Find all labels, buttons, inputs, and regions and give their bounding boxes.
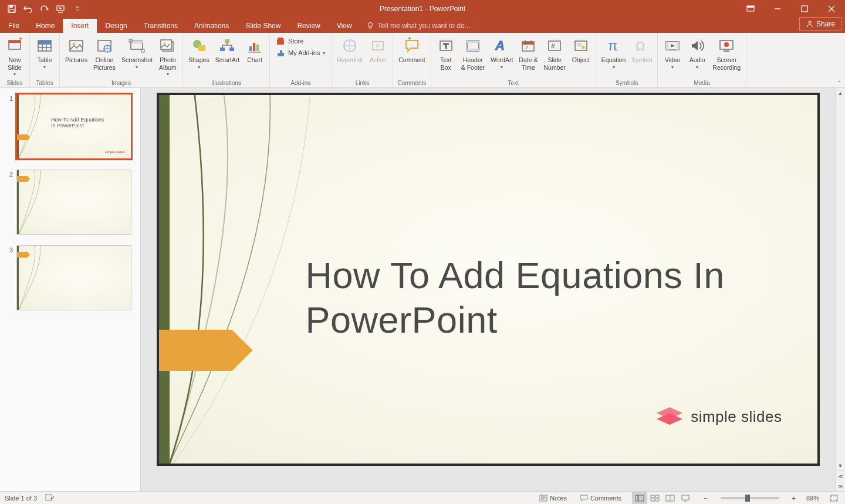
ribbon-audio-button[interactable]: Audio▾ (685, 35, 709, 71)
scroll-track[interactable] (836, 98, 845, 461)
collapse-ribbon-icon[interactable]: ⌃ (837, 80, 841, 86)
slide-canvas-area: How To Add Equations In PowerPoint simpl… (141, 88, 845, 491)
ribbon-screen-recording-button[interactable]: ScreenRecording (709, 35, 743, 72)
ribbon-button-label: SmartArt (215, 56, 239, 64)
zoom-out-button[interactable]: − (701, 495, 709, 502)
zoom-slider-handle[interactable] (745, 495, 750, 502)
scroll-up-icon[interactable]: ▲ (836, 88, 845, 98)
fit-to-window-icon[interactable] (827, 495, 840, 502)
save-icon[interactable] (5, 2, 19, 16)
ribbon-group-label: Comments (396, 80, 428, 87)
thumbnail-row: 2 (7, 170, 133, 235)
zoom-in-button[interactable]: + (790, 495, 798, 502)
ribbon-video-button[interactable]: Video▾ (660, 35, 685, 71)
comments-label: Comments (590, 495, 621, 502)
next-slide-icon[interactable]: ≫ (836, 481, 845, 491)
start-from-beginning-icon[interactable] (54, 2, 68, 16)
svg-point-7 (368, 23, 372, 27)
slide-canvas[interactable]: How To Add Equations In PowerPoint simpl… (157, 93, 820, 466)
redo-icon[interactable] (38, 2, 52, 16)
slideshow-view-icon[interactable] (678, 492, 693, 505)
zoom-percent[interactable]: 89% (806, 495, 819, 502)
comments-button[interactable]: Comments (577, 495, 624, 502)
scroll-down-icon[interactable]: ▼ (836, 461, 845, 471)
ribbon-object-button[interactable]: Object (569, 35, 593, 65)
tab-design[interactable]: Design (97, 19, 135, 33)
ribbon-slide-number-button[interactable]: #SlideNumber (540, 35, 568, 72)
ribbon-equation-button[interactable]: πEquation▾ (599, 35, 628, 71)
ribbon-tabs: File Home Insert Design Transitions Anim… (0, 18, 845, 33)
tab-animations[interactable]: Animations (186, 19, 237, 33)
notes-icon (539, 495, 547, 502)
tab-transitions[interactable]: Transitions (136, 19, 186, 33)
prev-slide-icon[interactable]: ≪ (836, 471, 845, 481)
ribbon-table-button[interactable]: Table▾ (32, 35, 57, 71)
tell-me-search[interactable]: Tell me what you want to do... (360, 19, 476, 33)
normal-view-icon[interactable] (632, 492, 647, 505)
ribbon-action-button: Action (366, 35, 390, 65)
tab-view[interactable]: View (329, 19, 360, 33)
slide-sorter-view-icon[interactable] (647, 492, 663, 505)
tell-me-placeholder: Tell me what you want to do... (378, 22, 471, 30)
ribbon-button-label: WordArt (491, 56, 513, 64)
customize-qat-icon[interactable] (70, 2, 84, 16)
slide-thumbnail-1[interactable]: How To Add EquationsIn PowerPoint simple… (16, 94, 131, 159)
ribbon-header---footer-button[interactable]: Header& Footer (458, 35, 488, 72)
zoom-slider[interactable] (721, 497, 779, 499)
undo-icon[interactable] (21, 2, 35, 16)
ribbon-new-slide-button[interactable]: NewSlide▾ (2, 35, 27, 79)
svg-rect-63 (655, 499, 659, 501)
ribbon-group-illustrations: Shapes▾SmartArtChartIllustrations (183, 33, 270, 87)
ribbon-online-pictures-button[interactable]: OnlinePictures (90, 35, 119, 72)
ribbon-chart-button[interactable]: Chart (242, 35, 267, 65)
ribbon-shapes-button[interactable]: Shapes▾ (185, 35, 212, 71)
thumbnail-number: 2 (7, 170, 13, 235)
ribbon-button-label: Shapes (188, 56, 209, 64)
tab-slideshow[interactable]: Slide Show (237, 19, 289, 33)
ribbon-group-label: Symbols (599, 80, 655, 87)
thumbnail-1-logo: simple slides (105, 150, 125, 154)
minimize-button[interactable] (764, 0, 791, 18)
reading-view-icon[interactable] (663, 492, 678, 505)
slide-arrow-shape (159, 330, 253, 371)
svg-text:π: π (608, 38, 618, 53)
ribbon-screenshot-button[interactable]: Screenshot▾ (119, 35, 156, 71)
slide-thumbnails-panel[interactable]: 1 How To Add EquationsIn PowerPoint simp… (0, 88, 141, 491)
ribbon-display-options-icon[interactable] (737, 0, 764, 18)
maximize-button[interactable] (791, 0, 818, 18)
comment-icon (403, 36, 421, 55)
svg-text:#: # (551, 42, 555, 50)
my-addins-button[interactable]: My Add-ins ▾ (276, 48, 325, 57)
tab-home[interactable]: Home (28, 19, 63, 33)
svg-rect-28 (229, 48, 234, 51)
ribbon-text-box-button[interactable]: TextBox (434, 35, 458, 72)
pictures-icon (67, 36, 86, 55)
ribbon-date---time-button[interactable]: 7Date &Time (516, 35, 540, 72)
share-button[interactable]: Share (799, 17, 841, 31)
dropdown-caret-icon: ▾ (613, 65, 615, 70)
svg-rect-25 (198, 45, 205, 51)
slide-thumbnail-3[interactable] (16, 245, 131, 310)
svg-rect-5 (747, 6, 754, 8)
ribbon-pictures-button[interactable]: Pictures (62, 35, 90, 65)
ribbon-wordart-button[interactable]: AWordArt▾ (488, 35, 516, 71)
ribbon-button-label: Action (370, 56, 387, 64)
store-button[interactable]: Store (276, 36, 325, 46)
dropdown-caret-icon: ▾ (43, 65, 46, 70)
slide-position[interactable]: Slide 1 of 3 (5, 495, 37, 502)
tab-insert[interactable]: Insert (63, 19, 97, 33)
ribbon-group-slides: NewSlide▾Slides (0, 33, 30, 87)
close-button[interactable] (818, 0, 845, 18)
slide-thumbnail-2[interactable] (16, 170, 131, 235)
vertical-scrollbar[interactable]: ▲ ▼ ≪ ≫ (835, 88, 845, 491)
spellcheck-icon[interactable] (45, 493, 55, 503)
ribbon-group-label: Slides (2, 80, 27, 87)
notes-button[interactable]: Notes (537, 495, 569, 502)
slide-title-text[interactable]: How To Add Equations In PowerPoint (306, 253, 794, 342)
ribbon-button-label: Audio (689, 56, 705, 64)
ribbon-comment-button[interactable]: Comment (396, 35, 428, 65)
ribbon-photo-album-button[interactable]: PhotoAlbum▾ (156, 35, 180, 79)
tab-review[interactable]: Review (289, 19, 328, 33)
file-tab[interactable]: File (0, 19, 28, 33)
ribbon-smartart-button[interactable]: SmartArt (212, 35, 242, 65)
